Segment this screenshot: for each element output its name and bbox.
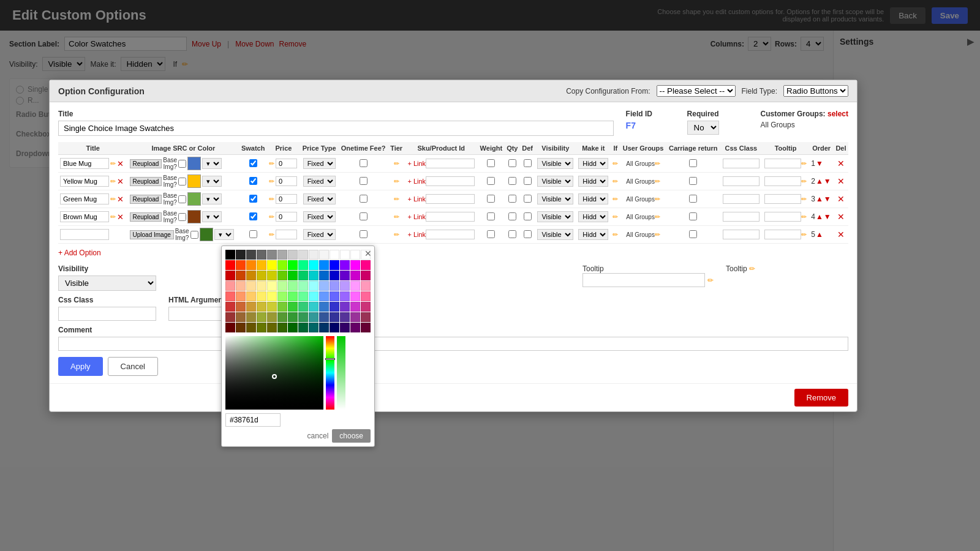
title-input[interactable] (58, 121, 614, 136)
row-title-input[interactable] (60, 193, 109, 204)
price-type-select[interactable]: Fixed (303, 158, 336, 169)
swatch-cell[interactable] (246, 302, 256, 312)
qty-check[interactable] (508, 230, 516, 238)
def-check[interactable] (524, 212, 532, 220)
price-type-select[interactable]: Fixed (303, 229, 336, 240)
swatch-cell[interactable] (319, 302, 329, 312)
swatch-cell[interactable] (330, 271, 339, 280)
carriage-check[interactable] (689, 195, 697, 203)
swatch-cell[interactable] (267, 250, 277, 260)
swatch-cell[interactable] (277, 260, 287, 270)
def-check[interactable] (524, 195, 532, 203)
swatch-cell[interactable] (288, 271, 298, 280)
swatch-cell[interactable] (298, 271, 308, 280)
row-title-input[interactable] (60, 176, 109, 187)
swatch-cell[interactable] (288, 291, 298, 301)
qty-check[interactable] (508, 195, 516, 203)
onetime-check[interactable] (360, 230, 368, 238)
carriage-check[interactable] (689, 212, 697, 220)
swatch-cell[interactable] (246, 291, 256, 301)
swatch-check[interactable] (249, 177, 257, 185)
color-type-select[interactable]: ▾ (202, 193, 222, 204)
weight-check[interactable] (487, 159, 495, 167)
delete-row-btn[interactable]: ✕ (837, 212, 845, 222)
swatch-cell[interactable] (330, 260, 339, 270)
color-swatch-box[interactable] (187, 192, 201, 206)
css-class-input[interactable] (58, 307, 156, 321)
sku-link[interactable]: + Link (407, 160, 426, 167)
def-check[interactable] (524, 230, 532, 238)
picker-close-button[interactable]: ✕ (364, 249, 372, 258)
delete-row-btn[interactable]: ✕ (837, 194, 845, 204)
swatch-cell[interactable] (330, 250, 339, 260)
picker-cancel-button[interactable]: cancel (307, 429, 329, 443)
swatch-cell[interactable] (361, 323, 371, 332)
swatch-cell[interactable] (340, 250, 350, 260)
order-down-btn[interactable]: ▼ (824, 212, 831, 221)
sku-link[interactable]: + Link (407, 178, 426, 185)
swatch-cell[interactable] (288, 302, 298, 312)
color-swatch-box[interactable] (200, 228, 213, 241)
tooltip-edit-icon[interactable]: ✏ (707, 276, 714, 285)
swatch-cell[interactable] (288, 250, 298, 260)
tier-edit-icon[interactable]: ✏ (394, 213, 399, 220)
swatch-cell[interactable] (257, 271, 266, 280)
vis-select[interactable]: Visible (537, 193, 573, 204)
swatch-cell[interactable] (330, 291, 339, 301)
swatch-cell[interactable] (277, 323, 287, 332)
row-edit-icon[interactable]: ✏ (110, 160, 116, 168)
customer-groups-link[interactable]: select (827, 110, 848, 118)
opacity-strip[interactable] (337, 336, 345, 410)
swatch-cell[interactable] (236, 271, 246, 280)
tier-edit-icon[interactable]: ✏ (394, 231, 399, 238)
copy-config-select[interactable]: -- Please Select -- (657, 85, 736, 97)
swatch-edit-icon[interactable]: ✏ (269, 160, 274, 168)
swatch-cell[interactable] (319, 250, 329, 260)
swatch-cell[interactable] (225, 323, 235, 332)
remove-button[interactable]: Remove (794, 389, 848, 407)
css-class-row-input[interactable] (723, 159, 760, 168)
swatch-cell[interactable] (319, 312, 329, 322)
tooltip-row-edit[interactable]: ✏ (801, 213, 807, 220)
weight-check[interactable] (487, 212, 495, 220)
tooltip-input[interactable] (582, 273, 705, 287)
swatch-cell[interactable] (257, 250, 266, 260)
weight-check[interactable] (487, 177, 495, 185)
row-title-input[interactable] (60, 229, 109, 240)
css-class-row-input[interactable] (723, 230, 760, 239)
price-input[interactable] (276, 159, 297, 168)
vis-select[interactable]: Visible (537, 158, 573, 169)
swatch-cell[interactable] (319, 260, 329, 270)
delete-row-btn[interactable]: ✕ (837, 230, 845, 239)
sku-input[interactable] (426, 194, 475, 204)
ug-edit-icon[interactable]: ✏ (655, 160, 660, 167)
color-swatch-box[interactable] (187, 157, 201, 170)
swatch-cell[interactable] (257, 302, 266, 312)
make-it-row-select[interactable]: Hidd (578, 229, 608, 240)
swatch-cell[interactable] (350, 323, 360, 332)
swatch-cell[interactable] (298, 250, 308, 260)
swatch-cell[interactable] (330, 302, 339, 312)
comment-input[interactable] (58, 337, 848, 351)
tooltip-row-input[interactable] (764, 194, 801, 204)
swatch-cell[interactable] (236, 323, 246, 332)
hex-input[interactable] (225, 413, 281, 427)
swatch-cell[interactable] (319, 271, 329, 280)
swatch-cell[interactable] (298, 312, 308, 322)
tooltip-row-edit[interactable]: ✏ (801, 195, 807, 203)
tooltip-row-input[interactable] (764, 230, 801, 239)
if-edit-icon[interactable]: ✏ (612, 213, 618, 220)
swatch-cell[interactable] (236, 260, 246, 270)
swatch-cell[interactable] (350, 312, 360, 322)
order-down-btn[interactable]: ▼ (824, 195, 831, 203)
price-input[interactable] (276, 176, 297, 186)
swatch-cell[interactable] (246, 312, 256, 322)
swatch-cell[interactable] (288, 281, 298, 291)
swatch-cell[interactable] (288, 312, 298, 322)
swatch-cell[interactable] (277, 291, 287, 301)
tier-edit-icon[interactable]: ✏ (394, 160, 399, 167)
swatch-cell[interactable] (340, 312, 350, 322)
tier-edit-icon[interactable]: ✏ (394, 178, 399, 185)
carriage-check[interactable] (689, 177, 697, 185)
base-img-check[interactable] (178, 160, 186, 168)
